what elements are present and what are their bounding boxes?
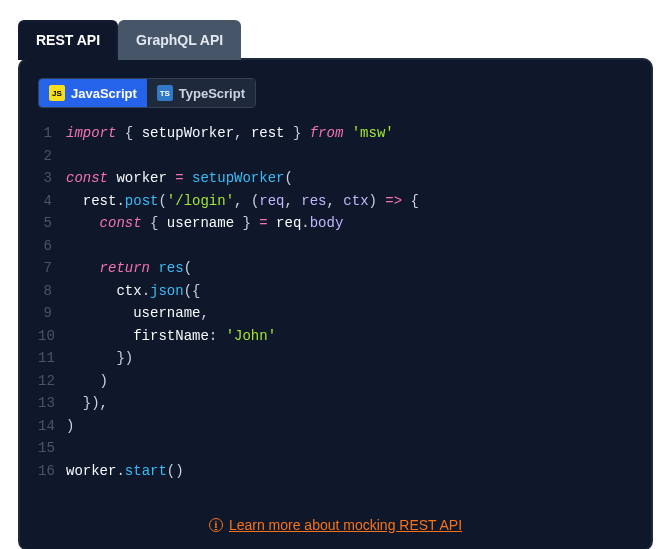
code-example-panel: REST API GraphQL API JS JavaScript TS Ty… xyxy=(18,18,653,549)
line-number: 10 xyxy=(38,325,66,348)
code-text: return res( xyxy=(66,257,192,280)
learn-more-row: i Learn more about mocking REST API xyxy=(38,508,633,535)
code-text: ) xyxy=(66,370,108,393)
line-number: 2 xyxy=(38,145,66,168)
code-text xyxy=(66,437,74,460)
code-text: const { username } = req.body xyxy=(66,212,343,235)
code-text: ) xyxy=(66,415,74,438)
line-number: 5 xyxy=(38,212,66,235)
line-number: 7 xyxy=(38,257,66,280)
ts-icon: TS xyxy=(157,85,173,101)
line-number: 12 xyxy=(38,370,66,393)
code-text: rest.post('/login', (req, res, ctx) => { xyxy=(66,190,419,213)
line-number: 11 xyxy=(38,347,66,370)
code-text: worker.start() xyxy=(66,460,184,483)
code-text: firstName: 'John' xyxy=(66,325,276,348)
code-text: ctx.json({ xyxy=(66,280,200,303)
lang-label: JavaScript xyxy=(71,86,137,101)
learn-more-link[interactable]: i Learn more about mocking REST API xyxy=(209,517,462,533)
line-number: 14 xyxy=(38,415,66,438)
tab-graphql-api[interactable]: GraphQL API xyxy=(118,20,241,60)
tab-typescript[interactable]: TS TypeScript xyxy=(147,79,255,107)
code-text xyxy=(66,145,74,168)
lang-label: TypeScript xyxy=(179,86,245,101)
line-number: 16 xyxy=(38,460,66,483)
line-number: 9 xyxy=(38,302,66,325)
js-icon: JS xyxy=(49,85,65,101)
code-text: }) xyxy=(66,347,133,370)
tab-javascript[interactable]: JS JavaScript xyxy=(39,79,147,107)
tab-rest-api[interactable]: REST API xyxy=(18,20,118,60)
code-text: }), xyxy=(66,392,108,415)
code-text: username, xyxy=(66,302,209,325)
code-text: const worker = setupWorker( xyxy=(66,167,293,190)
code-block: 1import { setupWorker, rest } from 'msw'… xyxy=(38,122,633,482)
code-text xyxy=(66,235,74,258)
line-number: 1 xyxy=(38,122,66,145)
line-number: 6 xyxy=(38,235,66,258)
line-number: 8 xyxy=(38,280,66,303)
info-icon: i xyxy=(209,518,223,532)
language-tabs: JS JavaScript TS TypeScript xyxy=(38,78,256,108)
line-number: 13 xyxy=(38,392,66,415)
line-number: 3 xyxy=(38,167,66,190)
code-card: JS JavaScript TS TypeScript 1import { se… xyxy=(18,58,653,549)
code-text: import { setupWorker, rest } from 'msw' xyxy=(66,122,394,145)
learn-more-label: Learn more about mocking REST API xyxy=(229,517,462,533)
line-number: 15 xyxy=(38,437,66,460)
api-tabs: REST API GraphQL API xyxy=(18,20,653,60)
line-number: 4 xyxy=(38,190,66,213)
